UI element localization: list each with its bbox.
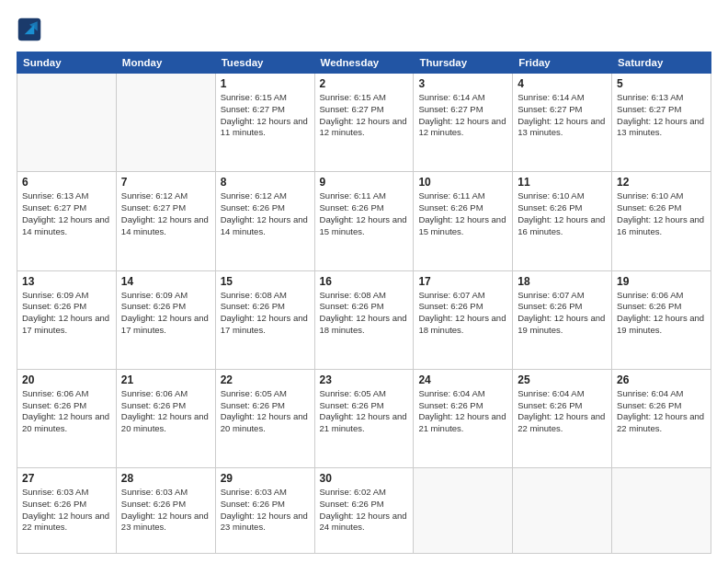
day-info: Sunrise: 6:15 AM Sunset: 6:27 PM Dayligh… <box>221 92 310 139</box>
day-number: 27 <box>22 472 111 485</box>
calendar-table: SundayMondayTuesdayWednesdayThursdayFrid… <box>17 52 711 554</box>
day-number: 4 <box>518 77 607 90</box>
day-info: Sunrise: 6:03 AM Sunset: 6:26 PM Dayligh… <box>22 487 111 534</box>
calendar-cell: 6Sunrise: 6:13 AM Sunset: 6:27 PM Daylig… <box>17 172 117 270</box>
day-info: Sunrise: 6:12 AM Sunset: 6:27 PM Dayligh… <box>121 190 210 237</box>
col-header-friday: Friday <box>513 52 612 74</box>
day-number: 19 <box>617 275 706 288</box>
calendar-cell: 24Sunrise: 6:04 AM Sunset: 6:26 PM Dayli… <box>414 369 513 467</box>
day-number: 23 <box>320 373 409 386</box>
calendar-cell: 5Sunrise: 6:13 AM Sunset: 6:27 PM Daylig… <box>612 74 711 172</box>
day-info: Sunrise: 6:06 AM Sunset: 6:26 PM Dayligh… <box>617 290 706 337</box>
calendar-cell: 15Sunrise: 6:08 AM Sunset: 6:26 PM Dayli… <box>215 270 314 369</box>
calendar-cell: 29Sunrise: 6:03 AM Sunset: 6:26 PM Dayli… <box>215 468 314 554</box>
day-number: 28 <box>121 472 210 485</box>
day-number: 22 <box>221 373 310 386</box>
day-info: Sunrise: 6:11 AM Sunset: 6:26 PM Dayligh… <box>418 190 507 237</box>
day-info: Sunrise: 6:09 AM Sunset: 6:26 PM Dayligh… <box>22 290 111 337</box>
day-number: 26 <box>617 373 706 386</box>
day-info: Sunrise: 6:10 AM Sunset: 6:26 PM Dayligh… <box>617 190 706 237</box>
calendar-cell <box>17 74 117 172</box>
day-info: Sunrise: 6:13 AM Sunset: 6:27 PM Dayligh… <box>617 92 706 139</box>
day-info: Sunrise: 6:03 AM Sunset: 6:26 PM Dayligh… <box>121 487 210 534</box>
day-info: Sunrise: 6:12 AM Sunset: 6:26 PM Dayligh… <box>221 190 310 237</box>
day-info: Sunrise: 6:11 AM Sunset: 6:26 PM Dayligh… <box>320 190 409 237</box>
day-number: 24 <box>418 373 507 386</box>
calendar-cell: 26Sunrise: 6:04 AM Sunset: 6:26 PM Dayli… <box>612 369 711 467</box>
day-number: 21 <box>121 373 210 386</box>
calendar-cell: 13Sunrise: 6:09 AM Sunset: 6:26 PM Dayli… <box>17 270 117 369</box>
day-number: 5 <box>617 77 706 90</box>
day-number: 25 <box>518 373 607 386</box>
day-number: 14 <box>121 275 210 288</box>
day-number: 17 <box>418 275 507 288</box>
calendar-cell: 9Sunrise: 6:11 AM Sunset: 6:26 PM Daylig… <box>314 172 414 270</box>
day-info: Sunrise: 6:06 AM Sunset: 6:26 PM Dayligh… <box>22 388 111 435</box>
day-number: 29 <box>221 472 310 485</box>
day-number: 3 <box>418 77 507 90</box>
logo-icon <box>17 17 42 42</box>
col-header-monday: Monday <box>116 52 215 74</box>
day-info: Sunrise: 6:05 AM Sunset: 6:26 PM Dayligh… <box>221 388 310 435</box>
day-number: 16 <box>320 275 409 288</box>
calendar-cell: 23Sunrise: 6:05 AM Sunset: 6:26 PM Dayli… <box>314 369 414 467</box>
logo <box>17 17 46 42</box>
day-number: 20 <box>22 373 111 386</box>
day-number: 6 <box>22 176 111 189</box>
day-info: Sunrise: 6:14 AM Sunset: 6:27 PM Dayligh… <box>518 92 607 139</box>
day-info: Sunrise: 6:04 AM Sunset: 6:26 PM Dayligh… <box>518 388 607 435</box>
day-info: Sunrise: 6:08 AM Sunset: 6:26 PM Dayligh… <box>320 290 409 337</box>
calendar-cell: 20Sunrise: 6:06 AM Sunset: 6:26 PM Dayli… <box>17 369 117 467</box>
day-info: Sunrise: 6:07 AM Sunset: 6:26 PM Dayligh… <box>418 290 507 337</box>
col-header-tuesday: Tuesday <box>215 52 314 74</box>
calendar-cell: 12Sunrise: 6:10 AM Sunset: 6:26 PM Dayli… <box>612 172 711 270</box>
calendar-cell <box>612 468 711 554</box>
calendar-cell: 19Sunrise: 6:06 AM Sunset: 6:26 PM Dayli… <box>612 270 711 369</box>
page: SundayMondayTuesdayWednesdayThursdayFrid… <box>0 0 728 563</box>
header <box>17 17 711 42</box>
day-number: 2 <box>320 77 409 90</box>
day-number: 18 <box>518 275 607 288</box>
day-number: 12 <box>617 176 706 189</box>
calendar-cell: 1Sunrise: 6:15 AM Sunset: 6:27 PM Daylig… <box>215 74 314 172</box>
day-number: 30 <box>320 472 409 485</box>
calendar-cell: 3Sunrise: 6:14 AM Sunset: 6:27 PM Daylig… <box>414 74 513 172</box>
calendar-cell: 4Sunrise: 6:14 AM Sunset: 6:27 PM Daylig… <box>513 74 612 172</box>
calendar-cell <box>116 74 215 172</box>
calendar-cell: 30Sunrise: 6:02 AM Sunset: 6:26 PM Dayli… <box>314 468 414 554</box>
col-header-wednesday: Wednesday <box>314 52 414 74</box>
day-info: Sunrise: 6:08 AM Sunset: 6:26 PM Dayligh… <box>221 290 310 337</box>
calendar-cell: 25Sunrise: 6:04 AM Sunset: 6:26 PM Dayli… <box>513 369 612 467</box>
calendar-cell: 8Sunrise: 6:12 AM Sunset: 6:26 PM Daylig… <box>215 172 314 270</box>
calendar-cell: 2Sunrise: 6:15 AM Sunset: 6:27 PM Daylig… <box>314 74 414 172</box>
day-number: 11 <box>518 176 607 189</box>
day-info: Sunrise: 6:14 AM Sunset: 6:27 PM Dayligh… <box>418 92 507 139</box>
calendar-cell: 17Sunrise: 6:07 AM Sunset: 6:26 PM Dayli… <box>414 270 513 369</box>
day-info: Sunrise: 6:03 AM Sunset: 6:26 PM Dayligh… <box>221 487 310 534</box>
day-number: 7 <box>121 176 210 189</box>
calendar-cell: 27Sunrise: 6:03 AM Sunset: 6:26 PM Dayli… <box>17 468 117 554</box>
day-info: Sunrise: 6:09 AM Sunset: 6:26 PM Dayligh… <box>121 290 210 337</box>
day-info: Sunrise: 6:05 AM Sunset: 6:26 PM Dayligh… <box>320 388 409 435</box>
day-number: 8 <box>221 176 310 189</box>
col-header-saturday: Saturday <box>612 52 711 74</box>
calendar-cell: 10Sunrise: 6:11 AM Sunset: 6:26 PM Dayli… <box>414 172 513 270</box>
calendar-cell: 28Sunrise: 6:03 AM Sunset: 6:26 PM Dayli… <box>116 468 215 554</box>
day-number: 10 <box>418 176 507 189</box>
col-header-thursday: Thursday <box>414 52 513 74</box>
calendar-cell <box>414 468 513 554</box>
day-number: 15 <box>221 275 310 288</box>
day-info: Sunrise: 6:06 AM Sunset: 6:26 PM Dayligh… <box>121 388 210 435</box>
day-number: 13 <box>22 275 111 288</box>
calendar-cell: 11Sunrise: 6:10 AM Sunset: 6:26 PM Dayli… <box>513 172 612 270</box>
calendar-cell: 14Sunrise: 6:09 AM Sunset: 6:26 PM Dayli… <box>116 270 215 369</box>
day-info: Sunrise: 6:13 AM Sunset: 6:27 PM Dayligh… <box>22 190 111 237</box>
day-info: Sunrise: 6:04 AM Sunset: 6:26 PM Dayligh… <box>617 388 706 435</box>
col-header-sunday: Sunday <box>17 52 117 74</box>
calendar-cell: 16Sunrise: 6:08 AM Sunset: 6:26 PM Dayli… <box>314 270 414 369</box>
day-info: Sunrise: 6:02 AM Sunset: 6:26 PM Dayligh… <box>320 487 409 534</box>
day-info: Sunrise: 6:04 AM Sunset: 6:26 PM Dayligh… <box>418 388 507 435</box>
day-info: Sunrise: 6:15 AM Sunset: 6:27 PM Dayligh… <box>320 92 409 139</box>
day-number: 1 <box>221 77 310 90</box>
day-info: Sunrise: 6:10 AM Sunset: 6:26 PM Dayligh… <box>518 190 607 237</box>
